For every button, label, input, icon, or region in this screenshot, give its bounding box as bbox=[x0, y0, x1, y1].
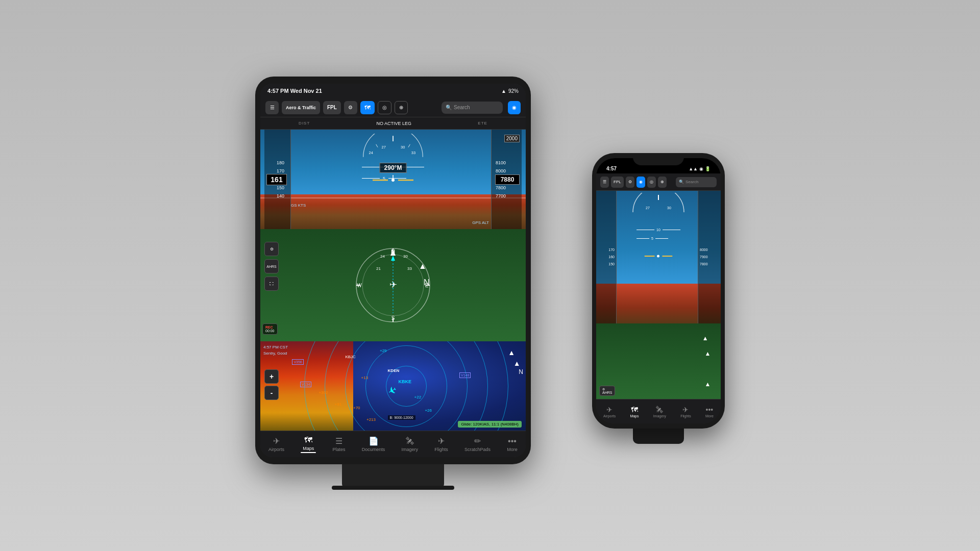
maps-icon: 🗺 bbox=[304, 436, 312, 445]
phone-map-area[interactable]: ▲ ▲ ▲ ⚙ AHRS bbox=[596, 323, 721, 399]
altitude-box: 7880 bbox=[495, 174, 520, 185]
phone-fpl-button[interactable]: FPL bbox=[611, 177, 624, 188]
tab-documents[interactable]: 📄 Documents bbox=[359, 434, 388, 454]
phone-tab-maps[interactable]: 🗺 Maps bbox=[630, 406, 639, 418]
airway-v134: V134 bbox=[300, 382, 311, 387]
airway-v148: V148 bbox=[459, 372, 471, 378]
sentry-status: Sentry, Good bbox=[263, 350, 288, 357]
zoom-out-button[interactable]: - bbox=[264, 386, 279, 400]
phone-tab-flights[interactable]: ✈ Flights bbox=[680, 406, 691, 418]
phone-gear-button[interactable]: ⚙ bbox=[626, 177, 634, 188]
documents-label: Documents bbox=[362, 447, 385, 452]
phone-speed-tape: 170 160 150 bbox=[596, 191, 617, 323]
tab-maps[interactable]: 🗺 Maps bbox=[298, 434, 319, 455]
phone-pitch-5-bar-l bbox=[636, 238, 649, 239]
traffic-213: +213 bbox=[366, 417, 376, 422]
more-icon: ••• bbox=[508, 437, 517, 446]
expand-button[interactable]: ⛶ bbox=[264, 277, 279, 291]
tab-scratchpads[interactable]: ✏ ScratchPads bbox=[461, 434, 494, 454]
tablet-tab-bar: ✈ Airports 🗺 Maps ☰ Plates 📄 Docume bbox=[260, 431, 526, 457]
traffic-13: +13 bbox=[361, 375, 369, 380]
ahrs-button[interactable]: AHRS bbox=[264, 259, 279, 273]
airports-label: Airports bbox=[268, 447, 284, 452]
zoom-in-button[interactable]: + bbox=[264, 369, 279, 384]
phone-ahrs-icon: ⚙ bbox=[602, 387, 612, 391]
tab-flights[interactable]: ✈ Flights bbox=[431, 434, 451, 454]
phone-alt-7800: 7800 bbox=[700, 261, 721, 268]
traffic-91: +91 bbox=[335, 402, 342, 407]
wifi-icon: ▲ bbox=[501, 88, 506, 94]
speed-180: 180 bbox=[264, 159, 288, 167]
compass-rose-svg: N E S W 24 30 21 33 bbox=[352, 244, 434, 326]
phone-signal-icon: ▲▲ bbox=[689, 166, 698, 171]
heading-arc: 24 27 30 33 bbox=[352, 134, 434, 159]
svg-text:30: 30 bbox=[667, 206, 671, 210]
tablet-pfd: 180 170 160 150 140 161 8100 8000 bbox=[260, 130, 526, 229]
tablet-timer-button[interactable]: ⊕ bbox=[395, 101, 408, 114]
airway-v356-1: V356 bbox=[292, 359, 303, 365]
phone-battery-icon: 🔋 bbox=[705, 166, 710, 171]
phone-pitch-5-num: 5 bbox=[651, 237, 653, 240]
phone-pitch-5: 5 bbox=[636, 237, 680, 240]
tab-airports[interactable]: ✈ Airports bbox=[265, 434, 287, 454]
rec-time: 00:00 bbox=[265, 329, 275, 333]
phone-more-label: More bbox=[705, 414, 714, 418]
dist-item: DIST bbox=[299, 121, 310, 126]
phone-menu-button[interactable]: ☰ bbox=[600, 177, 609, 188]
phone-ahrs-button[interactable]: ⚙ AHRS bbox=[599, 386, 615, 396]
phone-speed-150: 150 bbox=[608, 261, 615, 268]
search-icon: 🔍 bbox=[446, 105, 452, 110]
ete-label: ETE bbox=[478, 121, 487, 126]
kden-label: KDEN bbox=[388, 368, 400, 373]
phone-clock-button[interactable]: ◎ bbox=[647, 177, 656, 188]
tab-imagery[interactable]: 🛰 Imagery bbox=[399, 435, 422, 454]
phone-tab-airports[interactable]: ✈ Airports bbox=[603, 406, 616, 418]
svg-text:33: 33 bbox=[407, 266, 412, 271]
phone-alt-7900: 7900 bbox=[700, 254, 721, 261]
traffic-70: +70 bbox=[353, 406, 360, 410]
tablet-gear-button[interactable]: ⚙ bbox=[344, 101, 357, 114]
ete-item: ETE bbox=[478, 121, 487, 126]
tablet-fpl-button[interactable]: FPL bbox=[323, 101, 341, 114]
phone-nav-bar: ☰ FPL ⚙ ◉ ◎ ⊕ 🔍 Search bbox=[596, 173, 721, 191]
glide-banner: Glide: 120KIAS, 11:1 (N408BH) bbox=[458, 421, 522, 428]
phone-maps-icon: 🗺 bbox=[631, 406, 638, 414]
speed-box: 161 bbox=[266, 174, 287, 185]
plates-icon: ☰ bbox=[335, 436, 342, 446]
phone-map-button[interactable]: ◉ bbox=[636, 177, 645, 188]
phone-tab-more[interactable]: ••• More bbox=[705, 406, 714, 418]
tablet-search-bar[interactable]: 🔍 Search bbox=[442, 102, 503, 114]
altitude-band-label: B: 9000-12000 bbox=[388, 415, 415, 420]
map-section[interactable]: KBJC KDEN KBKE +29 +302 +91 +70 +213 +26… bbox=[260, 341, 526, 431]
svg-text:N: N bbox=[424, 278, 430, 287]
phone-ahrs-label: AHRS bbox=[602, 391, 612, 394]
kbke-label: KBKE bbox=[398, 379, 411, 384]
phone-pitch-bar-l bbox=[636, 230, 654, 231]
settings-sidebar-button[interactable]: ⚙ bbox=[264, 242, 279, 256]
alt-7800: 7800 bbox=[494, 184, 522, 192]
phone-heading-arc: 27 30 bbox=[630, 193, 687, 211]
tablet-menu-button[interactable]: ☰ bbox=[265, 101, 279, 114]
tablet-clock-button[interactable]: ◎ bbox=[378, 101, 391, 114]
tablet-status-bar: 4:57 PM Wed Nov 21 ▲ 92% bbox=[260, 84, 526, 98]
svg-point-9 bbox=[391, 179, 395, 182]
phone-tab-imagery[interactable]: 🛰 Imagery bbox=[653, 406, 666, 418]
phone-imagery-icon: 🛰 bbox=[656, 406, 663, 414]
kbjc-label: KBJC bbox=[345, 355, 355, 359]
traffic-29: +29 bbox=[380, 348, 387, 353]
speed-140: 140 bbox=[264, 192, 288, 200]
dist-label: DIST bbox=[299, 121, 310, 126]
tablet-map-button[interactable]: 🗺 bbox=[360, 101, 375, 114]
tablet-blue-button[interactable]: ◉ bbox=[508, 101, 521, 114]
svg-text:30: 30 bbox=[401, 145, 405, 149]
tablet-aero-traffic-button[interactable]: Aero & Traffic bbox=[282, 101, 320, 114]
phone-search-bar[interactable]: 🔍 Search bbox=[676, 177, 717, 187]
tab-more[interactable]: ••• More bbox=[504, 435, 521, 454]
tab-plates[interactable]: ☰ Plates bbox=[330, 434, 349, 454]
phone-aircraft-symbol bbox=[645, 253, 673, 262]
phone-timer-button[interactable]: ⊕ bbox=[658, 177, 667, 188]
phone-body: 4:57 ▲▲ ◉ 🔋 ☰ FPL ⚙ ◉ ◎ ⊕ 🔍 bbox=[592, 153, 725, 429]
phone-airports-icon: ✈ bbox=[606, 406, 612, 414]
map-background: KBJC KDEN KBKE +29 +302 +91 +70 +213 +26… bbox=[260, 341, 526, 431]
tablet-status-icons: ▲ 92% bbox=[501, 88, 519, 94]
